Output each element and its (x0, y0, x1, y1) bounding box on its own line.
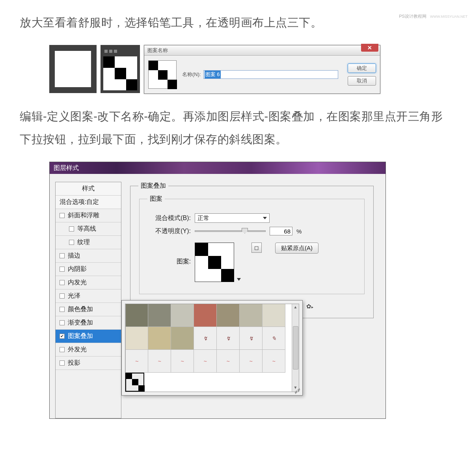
pattern-cell[interactable]: ✎ (263, 327, 285, 350)
pattern-subgroup: 图案 混合模式(B): 正常 不透明度(Y): (139, 195, 365, 294)
opacity-input[interactable] (270, 227, 292, 235)
pattern-label: 图案: (147, 258, 191, 266)
sidebar-item[interactable]: 描边 (56, 249, 121, 263)
sidebar-item[interactable]: ✔图案叠加 (56, 330, 121, 343)
pattern-cell[interactable]: ~ (148, 350, 171, 373)
chevron-down-icon[interactable] (237, 278, 241, 281)
top-screenshot-row: 图案名称 ✕ 名称(N): 图案 6 确定 (49, 45, 453, 94)
close-icon: ✕ (367, 45, 372, 51)
sidebar-item[interactable]: 内发光 (56, 276, 121, 289)
checkbox[interactable] (60, 320, 65, 325)
checkbox[interactable] (60, 280, 65, 285)
mini-toolbar (103, 48, 138, 55)
blendmode-select[interactable]: 正常 (195, 213, 270, 223)
ok-button[interactable]: 确定 (348, 63, 376, 73)
pattern-cell[interactable] (148, 327, 171, 350)
pattern-cell[interactable]: ~ (171, 350, 194, 373)
pixel-dot (208, 256, 221, 269)
checkbox[interactable] (69, 240, 74, 245)
pattern-cell[interactable] (171, 327, 194, 350)
scroll-thumb[interactable] (293, 326, 298, 370)
sidebar-item[interactable]: 等高线 (56, 222, 121, 236)
checkbox[interactable] (60, 267, 65, 272)
pattern-cell[interactable]: ↯ (194, 327, 217, 350)
subgroup-title: 图案 (147, 195, 165, 203)
sidebar-item[interactable]: 颜色叠加 (56, 303, 121, 316)
checkbox[interactable]: ✔ (60, 334, 65, 339)
picker-scrollbar[interactable]: ▲ ▼ (292, 304, 299, 392)
pattern-dialog-title: 图案名称 (147, 47, 168, 54)
blendmode-value: 正常 (197, 215, 209, 222)
pattern-dialog-titlebar: 图案名称 ✕ (144, 45, 380, 56)
sidebar-item-label: 外发光 (68, 345, 87, 354)
sidebar-item[interactable]: 纹理 (56, 236, 121, 249)
slider-thumb[interactable] (242, 228, 248, 233)
name-input[interactable]: 图案 6 (203, 70, 338, 79)
checkbox[interactable] (69, 226, 74, 231)
sidebar-item[interactable]: 渐变叠加 (56, 316, 121, 330)
pattern-cell[interactable] (217, 304, 240, 327)
sidebar-item-label: 颜色叠加 (68, 305, 93, 314)
pixel-dot (126, 79, 137, 90)
scroll-up-icon[interactable]: ▲ (293, 305, 298, 310)
pattern-cell[interactable] (125, 327, 148, 350)
pattern-name-dialog: 图案名称 ✕ 名称(N): 图案 6 确定 (144, 45, 380, 94)
sidebar-item-label: 等高线 (77, 225, 96, 233)
pattern-cell[interactable] (171, 304, 194, 327)
chevron-down-icon (263, 217, 267, 219)
pattern-cell[interactable] (194, 304, 217, 327)
new-pattern-button[interactable]: ◻ (251, 243, 262, 253)
pattern-cell-selected[interactable] (125, 373, 144, 392)
sidebar-blend-options[interactable]: 混合选项:自定 (56, 196, 121, 209)
pattern-cell[interactable]: ~ (194, 350, 217, 373)
pattern-swatch[interactable] (195, 243, 234, 282)
tool-icon (109, 50, 112, 53)
sidebar-item-label: 内阴影 (68, 265, 87, 273)
pattern-cell[interactable]: ~ (125, 350, 148, 373)
checkbox[interactable] (60, 347, 65, 352)
tool-icon (104, 50, 108, 53)
checkbox[interactable] (60, 360, 65, 366)
checkbox[interactable] (60, 253, 65, 258)
gear-icon[interactable]: ✿▸ (306, 303, 313, 310)
sidebar-item[interactable]: 投影 (56, 357, 121, 370)
pixel-dot (149, 61, 158, 70)
pattern-cell[interactable]: ↯ (240, 327, 263, 350)
pixel-dot (221, 269, 234, 282)
paragraph-2: 编辑-定义图案-改下名称-确定。再添加图层样式-图案叠加，在图案那里点开三角形下… (20, 105, 453, 151)
sidebar-item-label: 光泽 (68, 292, 80, 300)
checkbox[interactable] (60, 213, 65, 218)
sidebar-item-label: 斜面和浮雕 (68, 211, 99, 220)
opacity-slider[interactable] (195, 230, 266, 232)
pixel-dot (195, 243, 208, 256)
pattern-cell[interactable] (125, 304, 148, 327)
pattern-cell[interactable] (148, 304, 171, 327)
pattern-cell[interactable] (263, 304, 285, 327)
pattern-cell[interactable]: ~ (217, 350, 240, 373)
sidebar-item[interactable]: 光泽 (56, 289, 121, 303)
name-label: 名称(N): (182, 71, 201, 78)
transparent-canvas-with-pattern (103, 56, 137, 90)
snap-origin-button[interactable]: 贴紧原点(A) (275, 243, 318, 254)
style-main-panel: 图案叠加 图案 混合模式(B): 正常 不透明 (121, 182, 378, 418)
pattern-cell[interactable]: ~ (240, 350, 263, 373)
checkbox[interactable] (60, 293, 65, 299)
close-button[interactable]: ✕ (361, 44, 378, 52)
pattern-cell[interactable] (240, 304, 263, 327)
sidebar-item[interactable]: 内阴影 (56, 263, 121, 276)
layer-style-titlebar: 图层样式 (50, 162, 385, 174)
cancel-button[interactable]: 取消 (348, 76, 376, 86)
pixel-dot (103, 56, 115, 68)
sidebar-header[interactable]: 样式 (56, 182, 121, 196)
layer-style-dialog: 图层样式 样式 混合选项:自定 斜面和浮雕等高线纹理描边内阴影内发光光泽颜色叠加… (49, 162, 386, 419)
group-title: 图案叠加 (138, 182, 168, 190)
canvas-preview-empty (49, 45, 97, 93)
sidebar-item-label: 描边 (68, 252, 80, 260)
pattern-cell[interactable]: ↯ (217, 327, 240, 350)
pattern-preview-swatch (148, 60, 177, 89)
checkbox[interactable] (60, 307, 65, 312)
sidebar-item-label: 渐变叠加 (68, 319, 93, 327)
pattern-cell[interactable]: ~ (263, 350, 285, 373)
sidebar-item[interactable]: 外发光 (56, 343, 121, 357)
sidebar-item[interactable]: 斜面和浮雕 (56, 209, 121, 222)
